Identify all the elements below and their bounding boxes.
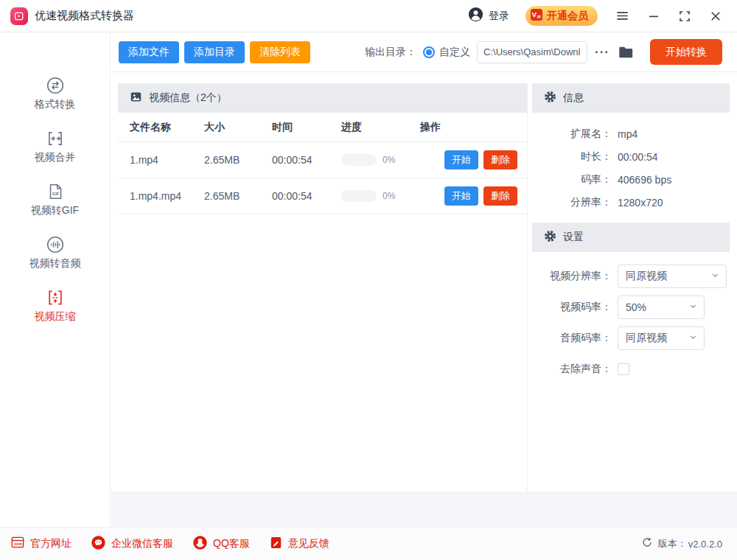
info-row-resolution: 分辨率： 1280x720: [537, 191, 730, 214]
cell-time: 00:00:54: [272, 190, 341, 202]
sidebar-item-label: 视频转GIF: [31, 204, 79, 217]
audio-bitrate-select[interactable]: 同原视频: [618, 326, 705, 350]
setting-row-video-bitrate: 视频码率： 50%: [537, 295, 730, 319]
content-bottom-strip: [111, 491, 737, 526]
setting-row-audio-bitrate: 音频码率： 同原视频: [537, 326, 730, 350]
menu-button[interactable]: [615, 9, 629, 23]
svg-text:.com: .com: [13, 542, 22, 546]
content-area: 视频信息（2个） 文件名称 大小 时间 进度 操作 1.mp4 2.65MB 0…: [111, 72, 737, 526]
table-row: 1.mp4 2.65MB 00:00:54 0% 开始 删除: [118, 142, 527, 178]
video-list-header: 视频信息（2个）: [118, 83, 527, 113]
wechat-service-icon: [91, 535, 106, 553]
video-bitrate-select[interactable]: 50%: [618, 295, 705, 319]
login-button[interactable]: 登录: [468, 7, 509, 25]
info-list: 扩展名： mp4 时长： 00:00:54 码率： 406696 bps 分辨率…: [532, 113, 730, 214]
sidebar-item-label: 格式转换: [35, 98, 76, 111]
toolbar: 添加文件 添加目录 清除列表 输出目录： 自定义 ··· 开始转换: [111, 32, 737, 72]
row-start-button[interactable]: 开始: [444, 186, 478, 206]
sidebar: 格式转换 视频合并 GIF 视频转GIF: [0, 32, 111, 527]
user-icon: [468, 7, 483, 25]
wechat-service-link[interactable]: 企业微信客服: [91, 535, 173, 553]
video-compress-icon: [46, 287, 65, 308]
progress-bar: [341, 190, 377, 202]
app-logo-icon: [10, 7, 28, 25]
version-value: v2.0.2.0: [688, 539, 722, 550]
sidebar-item-video-merge[interactable]: 视频合并: [11, 128, 99, 164]
chevron-down-icon: [710, 270, 720, 283]
cell-progress: 0%: [341, 190, 420, 202]
output-dir-label: 输出目录：: [365, 46, 416, 59]
add-directory-button[interactable]: 添加目录: [184, 41, 245, 63]
minimize-button[interactable]: [647, 10, 660, 23]
sidebar-item-video-compress[interactable]: 视频压缩: [11, 287, 99, 323]
row-delete-button[interactable]: 删除: [483, 186, 517, 206]
update-refresh-icon: [641, 536, 653, 551]
maximize-button[interactable]: [678, 10, 691, 23]
col-header-size: 大小: [204, 121, 272, 134]
open-vip-button[interactable]: V IP 开通会员: [525, 6, 598, 26]
col-header-filename: 文件名称: [130, 121, 204, 134]
sidebar-item-video-to-gif[interactable]: GIF 视频转GIF: [11, 181, 99, 217]
titlebar: 优速视频格式转换器 登录 V IP: [0, 0, 737, 32]
login-label: 登录: [489, 10, 509, 23]
mute-checkbox[interactable]: [618, 363, 629, 375]
sidebar-item-video-to-audio[interactable]: 视频转音频: [11, 234, 99, 270]
info-row-extension: 扩展名： mp4: [537, 122, 730, 145]
open-folder-icon[interactable]: [618, 44, 634, 60]
col-header-actions: 操作: [420, 121, 527, 134]
qq-service-link[interactable]: QQ客服: [192, 535, 250, 553]
cell-progress: 0%: [341, 154, 420, 166]
cell-size: 2.65MB: [204, 154, 272, 166]
version-info: 版本： v2.0.2.0: [641, 536, 722, 551]
info-settings-panel: 信息 扩展名： mp4 时长： 00:00:54 码率： 406696 bps: [532, 83, 730, 492]
svg-text:IP: IP: [537, 15, 541, 19]
cell-filename: 1.mp4.mp4: [130, 190, 204, 202]
cell-filename: 1.mp4: [130, 154, 204, 166]
col-header-progress: 进度: [341, 121, 420, 134]
setting-row-video-resolution: 视频分辨率： 同原视频: [537, 265, 730, 288]
video-list-panel: 视频信息（2个） 文件名称 大小 时间 进度 操作 1.mp4 2.65MB 0…: [118, 83, 528, 492]
version-label: 版本：: [658, 537, 687, 550]
app-window: 优速视频格式转换器 登录 V IP: [0, 0, 737, 560]
video-to-gif-icon: GIF: [46, 181, 65, 202]
progress-value: 0%: [383, 155, 395, 165]
start-convert-button[interactable]: 开始转换: [650, 39, 722, 65]
video-resolution-select[interactable]: 同原视频: [618, 265, 727, 288]
output-path-input[interactable]: [477, 41, 587, 63]
sidebar-item-format-convert[interactable]: 格式转换: [11, 75, 99, 111]
chevron-down-icon: [688, 301, 698, 314]
browse-more-button[interactable]: ···: [593, 43, 611, 61]
cell-time: 00:00:54: [272, 154, 341, 166]
sidebar-item-label: 视频压缩: [35, 310, 76, 323]
svg-text:GIF: GIF: [52, 192, 59, 196]
chevron-down-icon: [688, 332, 698, 345]
vip-badge-icon: V IP: [530, 8, 543, 24]
row-start-button[interactable]: 开始: [444, 150, 478, 169]
official-website-link[interactable]: .com 官方网址: [10, 535, 71, 553]
setting-row-mute: 去除声音：: [537, 363, 730, 376]
close-button[interactable]: [709, 10, 722, 23]
format-convert-icon: [46, 75, 65, 96]
row-delete-button[interactable]: 删除: [483, 150, 517, 169]
custom-radio[interactable]: [423, 46, 435, 58]
picture-icon: [130, 91, 142, 106]
table-row: 1.mp4.mp4 2.65MB 00:00:54 0% 开始 删除: [118, 178, 527, 214]
settings-section-title: 设置: [563, 231, 584, 244]
feedback-link[interactable]: 意见反馈: [269, 536, 329, 553]
gear-icon: [544, 230, 556, 245]
info-row-bitrate: 码率： 406696 bps: [537, 168, 730, 191]
add-file-button[interactable]: 添加文件: [119, 41, 179, 63]
app-title: 优速视频格式转换器: [35, 9, 134, 23]
info-row-duration: 时长： 00:00:54: [537, 145, 730, 168]
svg-text:V: V: [532, 10, 537, 18]
sidebar-item-label: 视频合并: [35, 151, 76, 164]
clear-list-button[interactable]: 清除列表: [250, 41, 310, 63]
cell-size: 2.65MB: [204, 190, 272, 202]
settings-section-header: 设置: [532, 223, 730, 252]
table-header-row: 文件名称 大小 时间 进度 操作: [118, 113, 527, 142]
website-icon: .com: [10, 535, 25, 553]
open-vip-label: 开通会员: [547, 10, 588, 23]
cell-actions: 开始 删除: [420, 150, 527, 169]
main-area: 添加文件 添加目录 清除列表 输出目录： 自定义 ··· 开始转换: [111, 32, 737, 527]
feedback-icon: [269, 536, 283, 553]
